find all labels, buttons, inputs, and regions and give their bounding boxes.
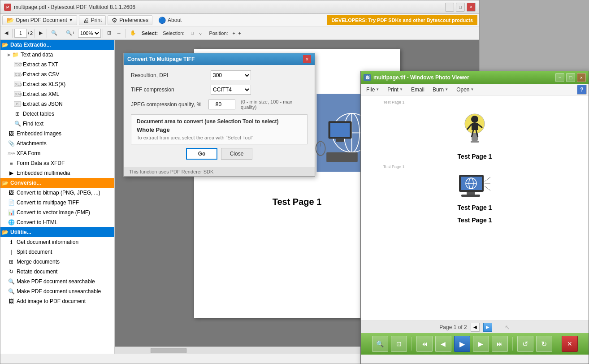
open-pdf-button[interactable]: 📂 Open PDF Document ▼ <box>2 15 77 25</box>
preferences-button[interactable]: ⚙ Preferences <box>108 15 152 25</box>
toolbar-zoom-out[interactable]: 🔍− <box>49 28 62 39</box>
toolbar-fit-width[interactable]: ↔ <box>114 28 124 39</box>
sel-rect[interactable]: □ <box>189 28 195 39</box>
toolbar-fit-page[interactable]: ⊞ <box>105 28 113 39</box>
pv-window-controls: − □ × <box>555 73 586 82</box>
sidebar-item-text-and-data[interactable]: ▶ 📁 Text and data <box>0 50 114 60</box>
jpeg-quality-input[interactable] <box>208 100 235 109</box>
sidebar-item-convert-html[interactable]: 🌐 Convert to HTML <box>0 217 114 227</box>
toolbar-nav-prev[interactable]: ◀ <box>2 28 10 39</box>
pv-first-image-button[interactable]: ⏮ <box>416 336 433 352</box>
pv-burn-label: Burn <box>433 87 444 93</box>
tiff-compression-select[interactable]: CCITT4 None LZW <box>211 85 251 95</box>
pv-page-prev-button[interactable]: ◀ <box>471 323 480 332</box>
pv-actual-size-button[interactable]: ⊡ <box>391 336 407 352</box>
sidebar-item-attachments[interactable]: 📎 Attachments <box>0 139 114 148</box>
dialog-footer: This function uses PDF Renderer SDK <box>124 167 315 176</box>
pv-delete-button[interactable]: ✕ <box>562 336 578 352</box>
pv-menu-open[interactable]: Open ▼ <box>453 85 477 95</box>
scrollbar-thumb[interactable] <box>151 348 186 353</box>
sidebar-item-make-unsearchable[interactable]: 🔍 Make PDF document unsearchable <box>0 286 114 296</box>
pv-page-next-button[interactable]: ▶ <box>483 323 492 332</box>
sidebar-item-split-doc[interactable]: | Split document <box>0 247 114 257</box>
print-button[interactable]: 🖨 Print <box>79 15 106 25</box>
sidebar-item-add-image[interactable]: 🖼 Add image to PDF document <box>0 296 114 306</box>
sel-opt1[interactable]: ·,· <box>197 28 205 39</box>
add-image-label: Add image to PDF document <box>17 298 86 304</box>
dialog-title: Convert To Multipage TIFF <box>127 56 195 62</box>
pv-page-content: Test Page 1 Test Page 1 Test Page 1 <box>365 100 584 225</box>
pv-close-button[interactable]: × <box>577 73 586 82</box>
pv-help-button[interactable]: ? <box>577 85 587 95</box>
sidebar-item-merge-docs[interactable]: ⊞ Merge documents <box>0 257 114 267</box>
sidebar-item-get-doc-info[interactable]: ℹ Get document information <box>0 237 114 247</box>
doc-info-icon: ℹ <box>8 239 15 245</box>
toolbar-select[interactable]: Select: <box>139 28 160 39</box>
sidebar-group-data-extraction[interactable]: 📂 Data Extractio... <box>0 40 114 50</box>
pv-menu-print[interactable]: Print ▼ <box>384 85 407 95</box>
dialog-titlebar: Convert To Multipage TIFF × <box>124 53 315 65</box>
page-number-input[interactable] <box>14 29 27 38</box>
toolbar-nav-next[interactable]: ▶ <box>37 28 45 39</box>
pv-slideshow-button[interactable]: ▶ <box>454 336 470 352</box>
sidebar-item-extract-json[interactable]: JSON Extract as JSON <box>0 99 114 109</box>
sidebar-item-extract-csv[interactable]: CSV Extract as CSV <box>0 69 114 79</box>
toolbar-zoom-in[interactable]: 🔍+ <box>64 28 77 39</box>
sidebar-item-embedded-images[interactable]: 🖼 Embedded images <box>0 129 114 139</box>
pv-menu-burn[interactable]: Burn ▼ <box>429 85 452 95</box>
convert-bitmap-label: Convert to bitmap (PNG, JPEG, ...) <box>17 190 100 196</box>
photo-viewer-window[interactable]: 🖼 multipage.tif - Windows Photo Viewer −… <box>360 71 589 364</box>
sidebar-item-rotate-doc[interactable]: ↻ Rotate document <box>0 267 114 277</box>
sidebar-item-convert-emf[interactable]: 📊 Convert to vector image (EMF) <box>0 208 114 217</box>
group-data-extraction-label: Data Extractio... <box>10 42 51 48</box>
sidebar-item-find-text[interactable]: 🔍 Find text <box>0 119 114 129</box>
sidebar-item-xfa-form[interactable]: XFA XFA Form <box>0 148 114 158</box>
resolution-label: Resoultion, DPI <box>131 72 207 78</box>
doc-area-section: Document area to convert (use Selection … <box>131 114 307 144</box>
pv-maximize-button[interactable]: □ <box>566 73 575 82</box>
close-button[interactable]: Close <box>221 148 252 160</box>
attachments-icon: 📎 <box>8 140 15 147</box>
pv-rotate-cw-button[interactable]: ↻ <box>536 336 552 352</box>
sidebar-group-utilities[interactable]: 📂 Utilitie... <box>0 227 114 237</box>
pv-zoom-out-button[interactable]: 🔍 <box>372 336 388 352</box>
resolution-row: Resoultion, DPI 300 72 150 600 <box>131 70 307 80</box>
about-button[interactable]: 🔵 About <box>154 15 186 25</box>
dialog-close-button[interactable]: × <box>303 55 311 63</box>
pv-minimize-button[interactable]: − <box>555 73 564 82</box>
about-icon: 🔵 <box>158 17 166 24</box>
zoom-select[interactable]: 100% 75% 125% <box>78 29 101 38</box>
sidebar-item-convert-bitmap[interactable]: 🖼 Convert to bitmap (PNG, JPEG, ...) <box>0 188 114 198</box>
sidebar-item-embedded-multimedia[interactable]: ▶ Embedded multimedia <box>0 168 114 178</box>
pv-last-image-button[interactable]: ⏭ <box>492 336 508 352</box>
minimize-button[interactable]: − <box>445 3 454 12</box>
window-controls: − □ × <box>445 3 476 12</box>
close-button[interactable]: × <box>467 3 476 12</box>
resolution-select[interactable]: 300 72 150 600 <box>211 70 251 80</box>
convert-tiff-dialog[interactable]: Convert To Multipage TIFF × Resoultion, … <box>123 53 315 177</box>
sidebar-item-convert-tiff[interactable]: 📄 Convert to multipage TIFF <box>0 198 114 208</box>
sidebar-group-conversion[interactable]: 📂 Conversio... <box>0 178 114 188</box>
pv-heading-3: Test Page 1 <box>458 217 492 224</box>
open-pdf-icon: 📂 <box>6 17 14 24</box>
print-label: Print <box>91 17 102 23</box>
pv-burn-arrow: ▼ <box>445 87 448 91</box>
pv-prev-image-button[interactable]: ◀ <box>435 336 451 352</box>
sidebar-item-extract-txt[interactable]: TXT Extract as TXT <box>0 60 114 69</box>
pv-menu-file[interactable]: File ▼ <box>363 85 383 95</box>
pv-next-image-button[interactable]: ▶ <box>473 336 489 352</box>
go-button[interactable]: Go <box>186 148 217 160</box>
pv-menu-email[interactable]: Email <box>407 85 428 95</box>
maximize-button[interactable]: □ <box>456 3 465 12</box>
sidebar-item-form-xfdf[interactable]: ≡ Form Data as XFDF <box>0 158 114 168</box>
pv-rotate-ccw-button[interactable]: ↺ <box>517 336 533 352</box>
menu-bar: 📂 Open PDF Document ▼ 🖨 Print ⚙ Preferen… <box>0 14 479 26</box>
sidebar-item-detect-tables[interactable]: ⊞ Detect tables <box>0 109 114 119</box>
toolbar-hand[interactable]: ✋ <box>128 28 139 39</box>
sidebar-item-extract-xml[interactable]: XML Extract as XML <box>0 89 114 99</box>
pdf-page-title: Test Page 1 <box>273 197 322 207</box>
svg-rect-12 <box>326 152 358 162</box>
convert-emf-label: Convert to vector image (EMF) <box>17 209 90 216</box>
sidebar-item-extract-xls[interactable]: XLS Extract as XLS(X) <box>0 79 114 89</box>
sidebar-item-make-searchable[interactable]: 🔍 Make PDF document searchable <box>0 277 114 286</box>
